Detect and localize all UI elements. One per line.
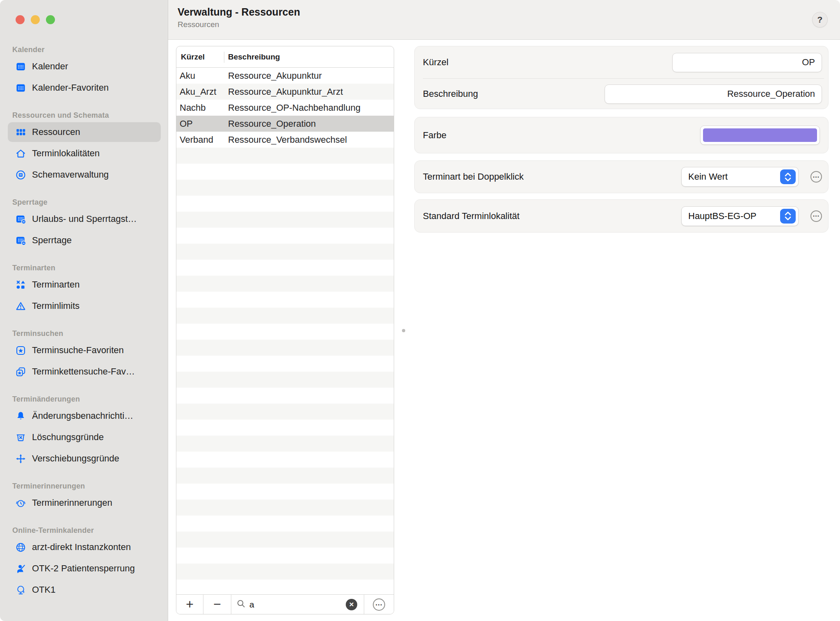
page-title: Verwaltung - Ressourcen bbox=[178, 6, 840, 18]
star-squares-icon bbox=[15, 366, 26, 377]
sidebar-item-label: Sperrtage bbox=[32, 235, 72, 246]
terminart-popup[interactable]: Kein Wert bbox=[681, 167, 799, 187]
sidebar-item-sperrtage[interactable]: Sperrtage bbox=[0, 230, 168, 251]
sidebar: KalenderKalenderKalender-FavoritenRessou… bbox=[0, 0, 168, 621]
table-row[interactable]: Aku_ArztRessource_Akupunktur_Arzt bbox=[176, 84, 394, 100]
lokalitaet-more-icon[interactable]: … bbox=[810, 210, 822, 222]
search-icon bbox=[236, 599, 246, 610]
search-field[interactable]: a ✕ bbox=[231, 595, 364, 614]
column-header-beschreibung[interactable]: Beschreibung bbox=[224, 53, 280, 62]
table-empty-row bbox=[176, 164, 394, 180]
table-row[interactable]: OPRessource_Operation bbox=[176, 116, 394, 132]
sidebar-item-terminlokalit-ten[interactable]: Terminlokalitäten bbox=[0, 143, 168, 164]
table-empty-row bbox=[176, 388, 394, 404]
sidebar-item-label: Terminlokalitäten bbox=[32, 148, 100, 159]
table-row[interactable]: VerbandRessource_Verbandswechsel bbox=[176, 132, 394, 148]
terminart-more-icon[interactable]: … bbox=[810, 171, 822, 183]
sidebar-item-kalender-favoriten[interactable]: Kalender-Favoriten bbox=[0, 77, 168, 98]
remove-row-button[interactable]: − bbox=[203, 595, 231, 614]
cell-kuerzel: Verband bbox=[176, 135, 224, 145]
table-empty-row bbox=[176, 292, 394, 308]
sidebar-item-label: Terminarten bbox=[32, 279, 80, 290]
lokalitaet-row: Standard Terminlokalität HauptBS-EG-OP … bbox=[415, 200, 828, 232]
cell-beschreibung: Ressource_Verbandswechsel bbox=[224, 135, 394, 145]
clear-search-icon[interactable]: ✕ bbox=[346, 599, 357, 610]
sidebar-section-header: Online-Terminkalender bbox=[0, 520, 168, 537]
table-empty-row bbox=[176, 340, 394, 356]
section-gap bbox=[0, 251, 168, 258]
section-gap bbox=[0, 185, 168, 192]
shapes-icon bbox=[15, 279, 26, 290]
cell-beschreibung: Ressource_Operation bbox=[224, 119, 394, 129]
sidebar-item-nderungsbenachrichti[interactable]: Änderungsbenachrichti… bbox=[0, 405, 168, 427]
sidebar-item-label: Terminlimits bbox=[32, 301, 80, 311]
sidebar-item-terminsuche-favoriten[interactable]: Terminsuche-Favoriten bbox=[0, 340, 168, 361]
traffic-lights bbox=[16, 15, 55, 24]
sidebar-item-label: OTK1 bbox=[32, 584, 55, 595]
splitter-handle[interactable] bbox=[402, 329, 405, 332]
terminart-label: Terminart bei Doppelklick bbox=[423, 171, 681, 182]
calendar-icon bbox=[15, 61, 26, 72]
sidebar-item-terminlimits[interactable]: Terminlimits bbox=[0, 295, 168, 317]
table-empty-row bbox=[176, 228, 394, 244]
add-row-button[interactable]: + bbox=[176, 595, 203, 614]
globe-icon bbox=[15, 541, 26, 553]
table-empty-row bbox=[176, 564, 394, 580]
help-button[interactable]: ? bbox=[812, 12, 828, 27]
lokalitaet-popup[interactable]: HauptBS-EG-OP bbox=[681, 206, 799, 226]
farbe-row: Farbe bbox=[415, 117, 828, 153]
sidebar-item-arzt-direkt-instanzkonten[interactable]: arzt-direkt Instanzkonten bbox=[0, 537, 168, 558]
sidebar-item-otk1[interactable]: OTK1 bbox=[0, 579, 168, 600]
cell-kuerzel: Nachb bbox=[176, 103, 224, 113]
sidebar-item-verschiebungsgr-nde[interactable]: Verschiebungsgründe bbox=[0, 448, 168, 469]
beschreibung-label: Beschreibung bbox=[423, 89, 605, 99]
close-button[interactable] bbox=[16, 15, 25, 24]
sidebar-item-l-schungsgr-nde[interactable]: Löschungsgründe bbox=[0, 427, 168, 448]
terminart-popup-value: Kein Wert bbox=[688, 171, 780, 182]
sidebar-sections: KalenderKalenderKalender-FavoritenRessou… bbox=[0, 39, 168, 600]
kuerzel-input[interactable]: OP bbox=[672, 53, 822, 72]
bell-icon bbox=[15, 410, 26, 422]
sidebar-section-header: Terminänderungen bbox=[0, 389, 168, 405]
sidebar-item-terminerinnerungen[interactable]: Terminerinnerungen bbox=[0, 492, 168, 514]
trash-x-icon bbox=[15, 432, 26, 443]
sidebar-item-label: Urlaubs- und Sperrtagst… bbox=[32, 214, 137, 224]
sidebar-section-header: Terminarten bbox=[0, 258, 168, 274]
sidebar-item-kalender[interactable]: Kalender bbox=[0, 56, 168, 77]
resources-table: Kürzel Beschreibung AkuRessource_Akupunk… bbox=[176, 46, 394, 614]
table-row[interactable]: AkuRessource_Akupunktur bbox=[176, 68, 394, 84]
stepper-icon bbox=[780, 209, 796, 224]
sidebar-item-terminkettensuche-fav[interactable]: Terminkettensuche-Fav… bbox=[0, 361, 168, 382]
table-empty-row bbox=[176, 548, 394, 564]
sidebar-item-terminarten[interactable]: Terminarten bbox=[0, 274, 168, 295]
sidebar-item-urlaubs-und-sperrtagst[interactable]: Urlaubs- und Sperrtagst… bbox=[0, 208, 168, 230]
sidebar-item-label: Schemaverwaltung bbox=[32, 169, 109, 180]
table-empty-row bbox=[176, 436, 394, 452]
table-empty-row bbox=[176, 532, 394, 548]
minimize-button[interactable] bbox=[31, 15, 40, 24]
sidebar-section-header: Terminerinnerungen bbox=[0, 476, 168, 492]
calendar-circle-icon bbox=[15, 169, 26, 180]
table-row[interactable]: NachbRessource_OP-Nachbehandlung bbox=[176, 100, 394, 116]
ellipsis-icon[interactable]: … bbox=[373, 598, 385, 611]
warning-triangle-icon bbox=[15, 300, 26, 312]
sidebar-item-ressourcen[interactable]: Ressourcen bbox=[0, 121, 168, 143]
sidebar-item-otk-2-patientensperrung[interactable]: OTK-2 Patientensperrung bbox=[0, 558, 168, 579]
table-empty-row bbox=[176, 324, 394, 340]
beschreibung-input[interactable]: Ressource_Operation bbox=[605, 84, 822, 104]
table-empty-row bbox=[176, 516, 394, 532]
cell-kuerzel: Aku bbox=[176, 71, 224, 81]
grid-icon bbox=[15, 126, 26, 138]
sidebar-item-schemaverwaltung[interactable]: Schemaverwaltung bbox=[0, 164, 168, 185]
app-window: KalenderKalenderKalender-FavoritenRessou… bbox=[0, 0, 840, 621]
table-empty-row bbox=[176, 372, 394, 388]
zoom-button[interactable] bbox=[46, 15, 55, 24]
sidebar-section-header: Kalender bbox=[0, 39, 168, 56]
color-well[interactable] bbox=[700, 126, 820, 145]
table-empty-row bbox=[176, 212, 394, 228]
column-header-kuerzel[interactable]: Kürzel bbox=[176, 53, 224, 62]
kuerzel-row: Kürzel OP bbox=[415, 46, 828, 78]
cell-beschreibung: Ressource_OP-Nachbehandlung bbox=[224, 103, 394, 113]
table-body: AkuRessource_AkupunkturAku_ArztRessource… bbox=[176, 68, 394, 594]
card-lokalitaet: Standard Terminlokalität HauptBS-EG-OP … bbox=[414, 199, 829, 233]
